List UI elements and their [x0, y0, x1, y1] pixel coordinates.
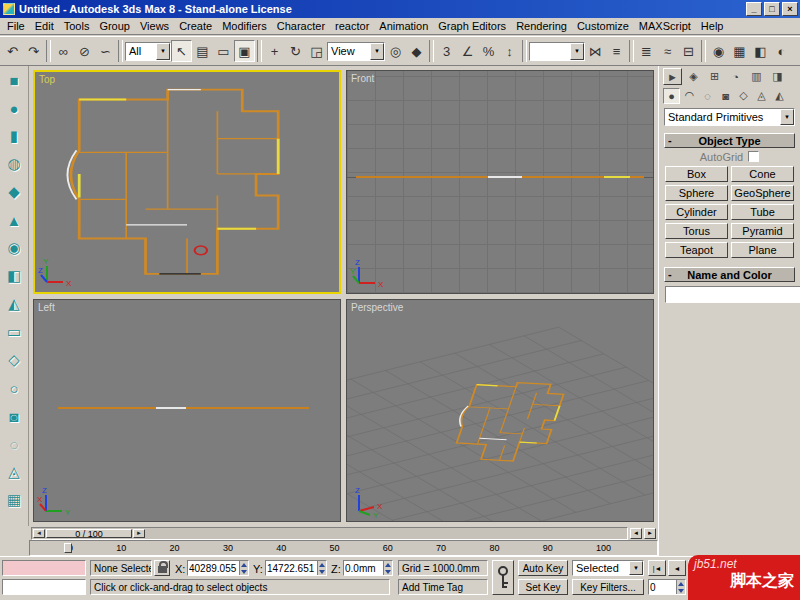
percent-snap-icon[interactable]: % [478, 40, 499, 62]
add-time-tag[interactable]: Add Time Tag [398, 579, 488, 595]
lp-sphere-icon[interactable]: ● [2, 97, 26, 119]
select-and-manipulate-icon[interactable]: ◆ [406, 40, 427, 62]
reference-coordinate-dropdown[interactable]: View ▼ [327, 42, 385, 61]
category-shapes-icon[interactable]: ◠ [681, 88, 698, 104]
close-button[interactable]: × [782, 2, 798, 16]
tab-modify-icon[interactable]: ◈ [684, 68, 703, 85]
category-cameras-icon[interactable]: ◙ [717, 88, 734, 104]
lp-cameras-icon[interactable]: ◙ [2, 405, 26, 427]
menu-maxscript[interactable]: MAXScript [634, 19, 696, 33]
tab-motion-icon[interactable]: ◔ [726, 68, 745, 85]
auto-key-button[interactable]: Auto Key [518, 560, 568, 576]
menu-modifiers[interactable]: Modifiers [217, 19, 272, 33]
tube-button[interactable]: Tube [731, 204, 794, 220]
viewport-front[interactable]: Front X Z Y [346, 70, 654, 294]
selection-filter-dropdown[interactable]: All ▼ [125, 42, 171, 61]
lp-cone-icon[interactable]: ▲ [2, 209, 26, 231]
lp-teapot-icon[interactable]: ◆ [2, 181, 26, 203]
window-crossing-icon[interactable]: ▣ [234, 40, 255, 62]
chevron-down-icon[interactable]: ▼ [570, 43, 584, 60]
viewport-top-label[interactable]: Top [39, 74, 55, 85]
category-systems-icon[interactable]: ◭ [771, 88, 788, 104]
menu-help[interactable]: Help [696, 19, 729, 33]
plane-button[interactable]: Plane [731, 242, 794, 258]
previous-frame-icon[interactable]: ◄ [33, 529, 45, 538]
bind-to-space-warp-icon[interactable]: ∽ [95, 40, 116, 62]
lp-lights-icon[interactable]: ○ [2, 377, 26, 399]
cylinder-button[interactable]: Cylinder [665, 204, 728, 220]
lp-tube-icon[interactable]: ◧ [2, 265, 26, 287]
minimize-button[interactable]: _ [746, 2, 762, 16]
maxscript-mini-listener-macro[interactable] [2, 560, 86, 576]
x-coordinate-field[interactable] [187, 560, 249, 576]
select-object-icon[interactable]: ↖ [171, 40, 192, 62]
y-coordinate-input[interactable] [266, 561, 317, 575]
name-color-rollout-header[interactable]: - Name and Color [664, 267, 795, 282]
z-coordinate-input[interactable] [344, 561, 383, 575]
viewport-left-label[interactable]: Left [38, 302, 55, 313]
viewport-top[interactable]: Top X Y Z [33, 70, 341, 294]
angle-snap-icon[interactable]: ∠ [457, 40, 478, 62]
go-to-start-icon[interactable]: |◄ [648, 560, 666, 576]
menu-views[interactable]: Views [135, 19, 174, 33]
tab-hierarchy-icon[interactable]: ⊞ [705, 68, 724, 85]
viewport-perspective-label[interactable]: Perspective [351, 302, 403, 313]
menu-group[interactable]: Group [94, 19, 135, 33]
next-frame-icon[interactable]: ► [133, 529, 145, 538]
unlink-selection-icon[interactable]: ⊘ [74, 40, 95, 62]
material-editor-icon[interactable]: ◉ [708, 40, 729, 62]
lp-helpers-icon[interactable]: ◌ [2, 433, 26, 455]
key-filter-selected-dropdown[interactable]: Selected ▼ [572, 560, 644, 576]
lp-shapes-icon[interactable]: ◇ [2, 349, 26, 371]
menu-create[interactable]: Create [174, 19, 217, 33]
lp-plane-icon[interactable]: ▭ [2, 321, 26, 343]
lp-systems-icon[interactable]: ▦ [2, 489, 26, 511]
sphere-button[interactable]: Sphere [665, 185, 728, 201]
y-coordinate-field[interactable] [265, 560, 327, 576]
menu-customize[interactable]: Customize [572, 19, 634, 33]
y-spinner[interactable] [317, 561, 326, 575]
quick-render-icon[interactable]: ◐ [771, 40, 792, 62]
menu-file[interactable]: File [2, 19, 30, 33]
category-helpers-icon[interactable]: ◇ [735, 88, 752, 104]
schematic-view-icon[interactable]: ⊟ [678, 40, 699, 62]
set-key-button[interactable]: Set Key [518, 579, 568, 595]
select-and-scale-icon[interactable]: ◲ [306, 40, 327, 62]
maximize-button[interactable]: □ [764, 2, 780, 16]
geosphere-button[interactable]: GeoSphere [731, 185, 794, 201]
lp-pyramid-icon[interactable]: ◭ [2, 293, 26, 315]
menu-character[interactable]: Character [272, 19, 330, 33]
lp-cylinder-icon[interactable]: ▮ [2, 125, 26, 147]
category-lights-icon[interactable]: ◌ [699, 88, 716, 104]
lp-geosphere-icon[interactable]: ◉ [2, 237, 26, 259]
select-by-name-icon[interactable]: ▤ [192, 40, 213, 62]
menu-rendering[interactable]: Rendering [511, 19, 572, 33]
key-filters-button[interactable]: Key Filters... [572, 579, 644, 595]
track-bar-frame-marker[interactable] [64, 543, 72, 553]
z-spinner[interactable] [383, 561, 392, 575]
chevron-down-icon[interactable]: ▼ [156, 43, 170, 60]
time-slider-track[interactable]: ◄ 0 / 100 ► [31, 527, 628, 540]
tab-utilities-icon[interactable]: ◨ [768, 68, 787, 85]
layer-manager-icon[interactable]: ≣ [636, 40, 657, 62]
current-frame-field[interactable] [648, 579, 686, 595]
pyramid-button[interactable]: Pyramid [731, 223, 794, 239]
autogrid-checkbox[interactable] [748, 151, 759, 162]
set-keys-button[interactable] [492, 560, 514, 595]
x-coordinate-input[interactable] [188, 561, 239, 575]
cone-button[interactable]: Cone [731, 166, 794, 182]
spinner-snap-icon[interactable]: ↕ [499, 40, 520, 62]
box-button[interactable]: Box [665, 166, 728, 182]
lp-spacewarps-icon[interactable]: ◬ [2, 461, 26, 483]
lp-torus-icon[interactable]: ◍ [2, 153, 26, 175]
align-icon[interactable]: ≡ [606, 40, 627, 62]
slider-scroll-left-icon[interactable]: ◄ [630, 528, 642, 539]
object-type-rollout-header[interactable]: - Object Type [664, 133, 795, 148]
tab-display-icon[interactable]: ▥ [747, 68, 766, 85]
z-coordinate-field[interactable] [343, 560, 393, 576]
geometry-category-dropdown[interactable]: Standard Primitives ▼ [664, 108, 795, 126]
menu-tools[interactable]: Tools [59, 19, 95, 33]
current-frame-input[interactable] [649, 580, 676, 594]
chevron-down-icon[interactable]: ▼ [780, 109, 794, 125]
chevron-down-icon[interactable]: ▼ [629, 561, 643, 575]
